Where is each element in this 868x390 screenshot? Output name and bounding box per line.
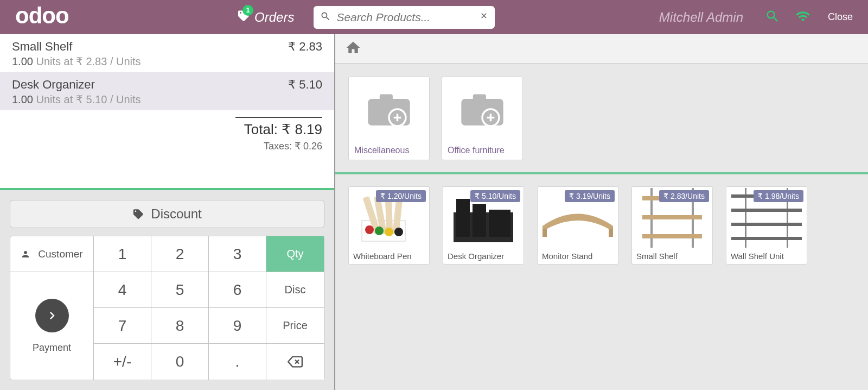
topbar: odoo 1 Orders Mitchell Admin Close: [0, 0, 868, 34]
numpad-key-x[interactable]: .: [209, 344, 266, 380]
order-lines: Small Shelf 1.00 Units at ₹ 2.83 / Units…: [0, 34, 334, 110]
clear-search-icon[interactable]: [480, 11, 488, 23]
wifi-icon: [795, 9, 810, 26]
products: ₹ 1.20/UnitsWhiteboard Pen₹ 5.10/UnitsDe…: [335, 174, 868, 276]
product-card[interactable]: ₹ 1.98/UnitsWall Shelf Unit: [726, 186, 807, 265]
orders-badge: 1: [242, 5, 253, 16]
svg-rect-24: [489, 210, 510, 237]
numpad-key-price[interactable]: Price: [266, 308, 324, 344]
orderline-name: Desk Organizer: [12, 78, 141, 92]
numpad-key-9[interactable]: 9: [209, 308, 266, 344]
numpad-key-5[interactable]: 5: [151, 272, 209, 308]
svg-rect-26: [609, 229, 613, 237]
product-price-tag: ₹ 1.98/Units: [754, 190, 803, 202]
category-image: [442, 77, 522, 141]
numpad-key-x[interactable]: [266, 344, 324, 380]
product-price-tag: ₹ 2.83/Units: [659, 190, 709, 202]
product-label: Small Shelf: [632, 248, 712, 264]
svg-rect-22: [456, 199, 470, 237]
product-price-tag: ₹ 3.19/Units: [565, 190, 615, 202]
category-label: Miscellaneous: [349, 141, 429, 160]
product-price-tag: ₹ 5.10/Units: [470, 190, 520, 202]
svg-rect-30: [642, 215, 702, 219]
svg-rect-31: [642, 234, 702, 238]
keypad-area: Customer Payment 123Qty456Disc789Price+/…: [10, 236, 324, 380]
numpad-key-1[interactable]: 1: [94, 236, 151, 272]
left-panel: Small Shelf 1.00 Units at ₹ 2.83 / Units…: [0, 34, 335, 390]
right-panel: MiscellaneousOffice furniture ₹ 1.20/Uni…: [335, 34, 868, 390]
svg-point-20: [394, 228, 403, 236]
customer-button[interactable]: Customer: [10, 236, 93, 272]
category-image: [349, 77, 429, 141]
product-card[interactable]: ₹ 3.19/UnitsMonitor Stand: [537, 186, 618, 265]
camera-placeholder-icon: [459, 90, 506, 128]
numpad-key-6[interactable]: 6: [209, 272, 266, 308]
logo: odoo: [0, 3, 84, 32]
numpad-key-2[interactable]: 2: [151, 236, 209, 272]
orders-label: Orders: [254, 10, 294, 25]
product-card[interactable]: ₹ 2.83/UnitsSmall Shelf: [631, 186, 713, 265]
category-card[interactable]: Office furniture: [442, 77, 523, 160]
numpad-key-3[interactable]: 3: [209, 236, 266, 272]
search-box[interactable]: [314, 6, 495, 29]
svg-rect-25: [542, 229, 547, 237]
numpad-key-4[interactable]: 4: [94, 272, 151, 308]
numpad-key-7[interactable]: 7: [94, 308, 151, 344]
svg-rect-35: [731, 209, 802, 212]
orderline-price: ₹ 5.10: [288, 78, 322, 92]
username[interactable]: Mitchell Admin: [659, 10, 743, 25]
home-icon[interactable]: [345, 40, 361, 58]
discount-button[interactable]: Discount: [10, 200, 324, 228]
search-icon: [320, 11, 331, 24]
numpad-key-disc[interactable]: Disc: [266, 272, 324, 308]
order-summary: Total: ₹ 8.19 Taxes: ₹ 0.26: [0, 110, 334, 159]
customer-col: Customer Payment: [10, 236, 94, 380]
discount-label: Discount: [151, 206, 201, 222]
payment-label: Payment: [33, 342, 71, 354]
close-button[interactable]: Close: [828, 11, 853, 23]
user-icon: [21, 249, 30, 259]
product-price-tag: ₹ 1.20/Units: [376, 190, 426, 202]
orders-button[interactable]: 1 Orders: [237, 9, 294, 26]
tag-icon: 1: [237, 9, 250, 26]
total: Total: ₹ 8.19: [12, 121, 322, 138]
orderline-detail: 1.00 Units at ₹ 5.10 / Units: [12, 93, 141, 106]
order-line[interactable]: Small Shelf 1.00 Units at ₹ 2.83 / Units…: [0, 34, 334, 72]
svg-point-18: [375, 227, 384, 235]
category-card[interactable]: Miscellaneous: [348, 77, 430, 160]
svg-rect-37: [731, 237, 802, 240]
numpad-key-8[interactable]: 8: [151, 308, 209, 344]
numpad-key-0[interactable]: 0: [151, 344, 209, 380]
backspace-icon: [288, 354, 303, 369]
barcode-icon[interactable]: [765, 9, 780, 26]
numpad-key-qty[interactable]: Qty: [266, 236, 324, 272]
product-label: Wall Shelf Unit: [726, 248, 807, 264]
svg-rect-23: [473, 204, 486, 237]
tag-icon: [132, 208, 144, 220]
taxes: Taxes: ₹ 0.26: [12, 140, 322, 152]
breadcrumb: [335, 34, 868, 64]
numpad-key-xxx[interactable]: +/-: [94, 344, 151, 380]
actionpad-area: Discount Customer Payment 123Qty456Dis: [0, 188, 334, 390]
svg-point-19: [385, 228, 393, 236]
svg-point-17: [365, 225, 374, 234]
product-card[interactable]: ₹ 1.20/UnitsWhiteboard Pen: [348, 186, 430, 265]
product-label: Desk Organizer: [443, 248, 524, 264]
main: Small Shelf 1.00 Units at ₹ 2.83 / Units…: [0, 34, 868, 390]
orderline-name: Small Shelf: [12, 40, 141, 54]
orderline-detail: 1.00 Units at ₹ 2.83 / Units: [12, 55, 141, 68]
payment-button[interactable]: Payment: [10, 272, 93, 380]
categories: MiscellaneousOffice furniture: [335, 64, 868, 174]
order-line[interactable]: Desk Organizer 1.00 Units at ₹ 5.10 / Un…: [0, 72, 334, 110]
search-input[interactable]: [336, 11, 480, 24]
product-card[interactable]: ₹ 5.10/UnitsDesk Organizer: [443, 186, 524, 265]
svg-rect-8: [473, 94, 486, 100]
customer-label: Customer: [38, 248, 82, 260]
product-label: Monitor Stand: [538, 248, 618, 264]
product-label: Whiteboard Pen: [349, 248, 429, 264]
svg-rect-36: [731, 223, 802, 226]
numpad: 123Qty456Disc789Price+/-0.: [94, 236, 324, 380]
chevron-right-icon: [35, 299, 69, 332]
svg-rect-3: [380, 94, 393, 100]
category-label: Office furniture: [442, 141, 522, 160]
